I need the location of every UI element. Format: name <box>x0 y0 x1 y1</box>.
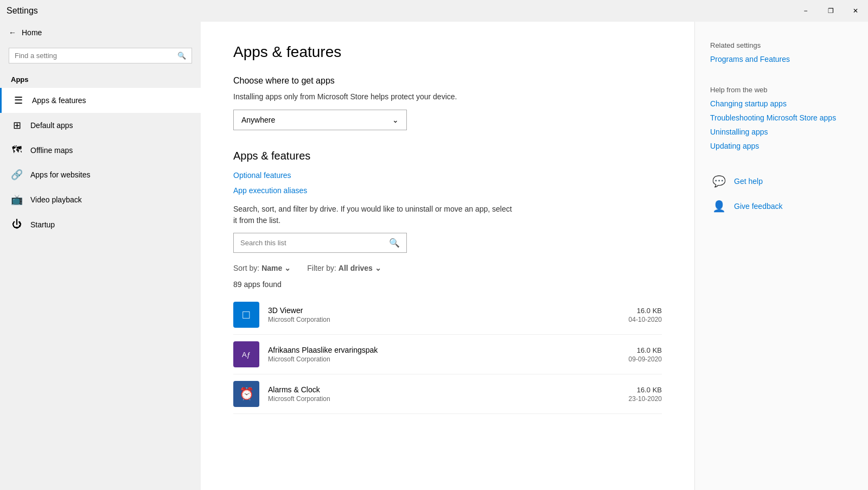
changing-startup-link[interactable]: Changing startup apps <box>710 99 853 108</box>
instructions-text: Search, sort, and filter by drive. If yo… <box>233 203 515 226</box>
maximize-button[interactable]: ❐ <box>818 0 843 22</box>
app-size: 16.0 KB <box>629 307 662 315</box>
sidebar-item-label: Video playback <box>30 195 82 204</box>
sidebar-item-apps-websites[interactable]: 🔗 Apps for websites <box>0 162 201 187</box>
uninstalling-apps-link[interactable]: Uninstalling apps <box>710 128 853 136</box>
filter-arrow-icon: ⌄ <box>375 264 381 272</box>
sort-arrow-icon: ⌄ <box>284 264 291 272</box>
app-meta: 16.0 KB 23-10-2020 <box>629 386 662 403</box>
sidebar-item-default-apps[interactable]: ⊞ Default apps <box>0 113 201 138</box>
optional-features-link[interactable]: Optional features <box>233 171 662 180</box>
titlebar-left: Settings <box>7 6 38 16</box>
search-list-input[interactable] <box>240 239 389 247</box>
app-icon: Aƒ <box>233 341 259 367</box>
get-help-link[interactable]: Get help <box>734 177 763 186</box>
app-list: □ 3D Viewer Microsoft Corporation 16.0 K… <box>233 295 662 414</box>
divider <box>710 74 853 75</box>
filter-dropdown[interactable]: All drives ⌄ <box>339 264 381 272</box>
back-icon: ← <box>9 28 16 37</box>
sidebar: ← Home 🔍 Apps ☰ Apps & features ⊞ Defaul… <box>0 22 201 490</box>
app-publisher: Microsoft Corporation <box>268 395 629 403</box>
titlebar: Settings − ❐ ✕ <box>0 0 868 22</box>
sidebar-item-video-playback[interactable]: 📺 Video playback <box>0 187 201 212</box>
sort-dropdown[interactable]: Name ⌄ <box>261 264 291 272</box>
troubleshooting-store-link[interactable]: Troubleshooting Microsoft Store apps <box>710 113 853 122</box>
app-date: 04-10-2020 <box>629 316 662 323</box>
app-row[interactable]: Aƒ Afrikaans Plaaslike ervaringspak Micr… <box>233 335 662 374</box>
app-publisher: Microsoft Corporation <box>268 316 629 323</box>
app-execution-aliases-link[interactable]: App execution aliases <box>233 186 662 195</box>
related-settings-label: Related settings <box>710 41 853 49</box>
app-date: 23-10-2020 <box>629 395 662 403</box>
app-name: 3D Viewer <box>268 306 629 315</box>
updating-apps-link[interactable]: Updating apps <box>710 142 853 150</box>
sidebar-item-label: Offline maps <box>30 146 73 155</box>
sidebar-search-box[interactable]: 🔍 <box>9 48 192 63</box>
sidebar-item-label: Apps for websites <box>30 170 91 179</box>
get-help-icon: 💬 <box>710 173 727 190</box>
search-list-icon: 🔍 <box>389 238 400 248</box>
app-meta: 16.0 KB 09-09-2020 <box>629 346 662 363</box>
get-help-item[interactable]: 💬 Get help <box>710 173 853 190</box>
app-row[interactable]: ⏰ Alarms & Clock Microsoft Corporation 1… <box>233 374 662 414</box>
choose-subtitle: Choose where to get apps <box>233 76 662 86</box>
sidebar-section-label: Apps <box>0 72 201 88</box>
apps-source-value: Anywhere <box>241 116 275 124</box>
apps-features-icon: ☰ <box>12 94 24 106</box>
filter-label: Filter by: All drives ⌄ <box>307 264 381 272</box>
app-name: Alarms & Clock <box>268 385 629 394</box>
close-button[interactable]: ✕ <box>843 0 868 22</box>
programs-features-link[interactable]: Programs and Features <box>710 55 853 63</box>
sidebar-item-label: Startup <box>30 220 55 229</box>
apps-count: 89 apps found <box>233 280 662 289</box>
sidebar-item-startup[interactable]: ⏻ Startup <box>0 212 201 237</box>
sort-label: Sort by: Name ⌄ <box>233 264 291 272</box>
give-feedback-icon: 👤 <box>710 198 727 215</box>
titlebar-title: Settings <box>7 6 38 16</box>
right-panel: Related settings Programs and Features H… <box>694 22 868 490</box>
apps-source-dropdown[interactable]: Anywhere ⌄ <box>233 110 407 130</box>
app-row[interactable]: □ 3D Viewer Microsoft Corporation 16.0 K… <box>233 295 662 335</box>
give-feedback-item[interactable]: 👤 Give feedback <box>710 198 853 215</box>
main-content: Apps & features Choose where to get apps… <box>201 22 694 490</box>
app-icon: □ <box>233 302 259 328</box>
search-list-box[interactable]: 🔍 <box>233 233 407 253</box>
offline-maps-icon: 🗺 <box>11 144 23 156</box>
app-size: 16.0 KB <box>629 346 662 354</box>
sort-filter-row: Sort by: Name ⌄ Filter by: All drives ⌄ <box>233 264 662 272</box>
app-info: 3D Viewer Microsoft Corporation <box>268 306 629 323</box>
sidebar-item-label: Apps & features <box>32 96 86 105</box>
sidebar-item-offline-maps[interactable]: 🗺 Offline maps <box>0 138 201 162</box>
sidebar-item-apps-features[interactable]: ☰ Apps & features <box>0 88 201 113</box>
app-name: Afrikaans Plaaslike ervaringspak <box>268 346 629 354</box>
app-container: ← Home 🔍 Apps ☰ Apps & features ⊞ Defaul… <box>0 22 868 490</box>
startup-icon: ⏻ <box>11 219 23 230</box>
apps-features-section-title: Apps & features <box>233 150 662 162</box>
divider <box>710 161 853 162</box>
sidebar-search-icon: 🔍 <box>177 52 186 60</box>
app-info: Afrikaans Plaaslike ervaringspak Microso… <box>268 346 629 363</box>
dropdown-arrow-icon: ⌄ <box>392 116 399 124</box>
help-from-web-label: Help from the web <box>710 86 853 94</box>
default-apps-icon: ⊞ <box>11 119 23 131</box>
page-title: Apps & features <box>233 43 662 61</box>
sidebar-item-label: Default apps <box>30 121 73 130</box>
choose-description: Installing apps only from Microsoft Stor… <box>233 92 662 101</box>
sidebar-search-input[interactable] <box>15 52 177 60</box>
minimize-button[interactable]: − <box>793 0 818 22</box>
back-button[interactable]: ← Home <box>0 22 201 43</box>
app-icon: ⏰ <box>233 381 259 407</box>
titlebar-controls: − ❐ ✕ <box>793 0 868 22</box>
video-playback-icon: 📺 <box>11 194 23 206</box>
give-feedback-link[interactable]: Give feedback <box>734 202 783 211</box>
app-info: Alarms & Clock Microsoft Corporation <box>268 385 629 403</box>
home-label: Home <box>22 28 42 37</box>
apps-websites-icon: 🔗 <box>11 169 23 181</box>
app-publisher: Microsoft Corporation <box>268 355 629 363</box>
app-meta: 16.0 KB 04-10-2020 <box>629 307 662 323</box>
app-size: 16.0 KB <box>629 386 662 394</box>
app-date: 09-09-2020 <box>629 355 662 363</box>
